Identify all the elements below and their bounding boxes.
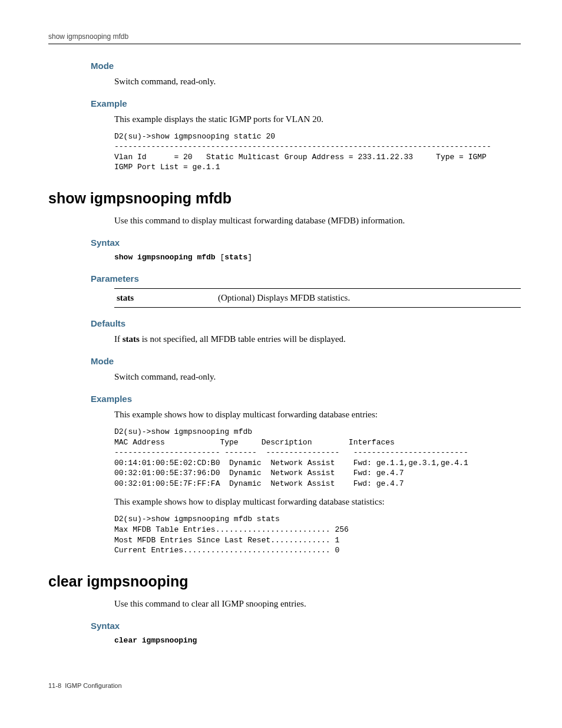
examples-code-1: D2(su)->show igmpsnooping mfdb MAC Addre… <box>114 427 521 489</box>
examples-intro-1: This example shows how to display multic… <box>114 409 521 421</box>
syntax-opt-bold: stats <box>224 253 247 262</box>
example-heading-1: Example <box>91 97 521 110</box>
page-footer: 11-8 IGMP Configuration <box>48 681 521 690</box>
defaults-bold: stats <box>123 334 140 344</box>
syntax-line-mfdb: show igmpsnooping mfdb [stats] <box>114 252 521 263</box>
section-title-clear: clear igmpsnooping <box>48 571 521 592</box>
example-code-1: D2(su)->show igmpsnooping static 20 ----… <box>114 131 521 173</box>
table-row: stats (Optional) Displays MFDB statistic… <box>114 289 521 308</box>
parameters-table: stats (Optional) Displays MFDB statistic… <box>114 288 521 308</box>
footer-pagenum: 11-8 <box>48 682 61 689</box>
param-desc: (Optional) Displays MFDB statistics. <box>216 289 521 308</box>
running-header: show igmpsnooping mfdb <box>48 32 521 44</box>
examples-intro-2: This example shows how to display multic… <box>114 496 521 508</box>
section-desc-clear: Use this command to clear all IGMP snoop… <box>114 598 521 610</box>
footer-chapter: IGMP Configuration <box>65 682 121 689</box>
mode-heading-2: Mode <box>91 355 521 367</box>
mode-text-1: Switch command, read-only. <box>114 75 521 88</box>
section-desc-mfdb: Use this command to display multicast fo… <box>114 215 521 227</box>
syntax-line-clear: clear igmpsnooping <box>114 635 521 646</box>
syntax-bracket-open: [ <box>216 253 225 262</box>
syntax-bracket-close: ] <box>247 253 252 262</box>
defaults-pre: If <box>114 334 123 344</box>
param-name: stats <box>114 289 216 308</box>
syntax-cmd-bold: show igmpsnooping mfdb <box>114 253 216 262</box>
mode-text-2: Switch command, read-only. <box>114 371 521 383</box>
section-title-mfdb: show igmpsnooping mfdb <box>48 188 521 209</box>
syntax-heading-clear: Syntax <box>91 620 521 632</box>
syntax-heading-mfdb: Syntax <box>91 236 521 249</box>
example-intro-1: This example displays the static IGMP po… <box>114 113 521 126</box>
examples-code-2: D2(su)->show igmpsnooping mfdb stats Max… <box>114 514 521 555</box>
defaults-text: If stats is not specified, all MFDB tabl… <box>114 333 521 345</box>
parameters-heading: Parameters <box>91 272 521 285</box>
defaults-post: is not specified, all MFDB table entries… <box>140 334 346 344</box>
examples-heading: Examples <box>91 393 521 405</box>
defaults-heading: Defaults <box>91 317 521 330</box>
mode-heading-1: Mode <box>91 60 521 72</box>
